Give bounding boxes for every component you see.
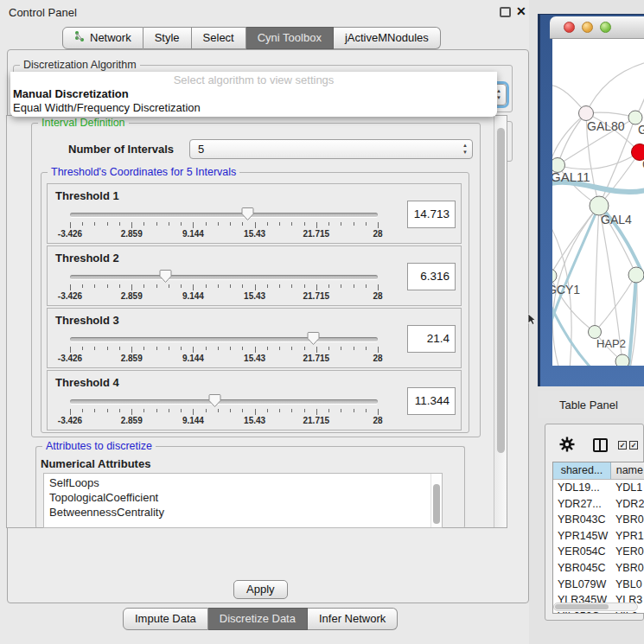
column-layout-icon[interactable] <box>593 438 608 452</box>
settings-vertical-scrollbar[interactable] <box>494 116 507 527</box>
cell-shared-name[interactable]: YBL079W <box>553 577 611 593</box>
network-edge[interactable] <box>595 275 636 332</box>
dropdown-item-equal-width-frequency-discretization[interactable]: Equal Width/Frequency Discretization <box>10 101 497 115</box>
axis-tick-label: 9.144 <box>182 354 204 363</box>
settings-gear-icon[interactable] <box>559 437 575 452</box>
attribute-item-betweennesscentrality[interactable]: BetweennessCentrality <box>44 505 442 520</box>
network-node-h[interactable] <box>628 267 644 283</box>
table-row[interactable]: YBR043CYBR0 <box>553 512 644 528</box>
algorithm-dropdown-popup: Select algorithm to view settings Manual… <box>10 72 497 117</box>
dropdown-item-manual-discretization[interactable]: Manual Discretization <box>10 87 497 101</box>
cell-shared-name[interactable]: YBR045C <box>553 560 611 577</box>
close-traffic-light-icon[interactable] <box>564 22 575 33</box>
axis-tick-label: 2.859 <box>121 416 143 425</box>
tab-label: Impute Data <box>135 609 196 629</box>
slider-thumb-icon[interactable] <box>208 393 221 408</box>
attributes-legend: Attributes to discretize <box>42 440 156 452</box>
node-label-gal11: GAL11 <box>552 169 590 184</box>
numerical-attributes-list[interactable]: SelfLoopsTopologicalCoefficientBetweenne… <box>43 473 443 528</box>
tab-jactivemnodules[interactable]: jActiveMNodules <box>334 27 441 49</box>
axis-tick-label: 21.715 <box>303 416 330 425</box>
table-row[interactable]: YPR145WYPR1 <box>553 528 644 545</box>
table-row[interactable]: YBL079WYBL0 <box>553 577 644 593</box>
slider-thumb-icon[interactable] <box>159 269 172 284</box>
network-edge[interactable] <box>586 61 644 113</box>
threshold-value-field[interactable]: 21.4 <box>407 325 456 353</box>
tab-select[interactable]: Select <box>192 27 246 49</box>
zoom-traffic-light-icon[interactable] <box>600 22 611 33</box>
slider-thumb-icon[interactable] <box>241 207 254 221</box>
cell-name[interactable]: YBR0 <box>611 560 644 577</box>
network-node-gcy1[interactable] <box>552 269 557 283</box>
threshold-slider[interactable]: -3.4262.8599.14415.4321.71528 <box>70 398 378 424</box>
cell-name[interactable]: YDL1 <box>611 480 644 496</box>
network-edge-highlighted[interactable] <box>552 298 592 366</box>
threshold-value-field[interactable]: 14.713 <box>407 201 456 228</box>
network-edge-highlighted[interactable] <box>628 275 636 366</box>
threshold-slider[interactable]: -3.4262.8599.14415.4321.71528 <box>70 273 378 299</box>
threshold-label: Threshold 1 <box>55 189 119 202</box>
tab-discretize-data[interactable]: Discretize Data <box>208 608 308 630</box>
cell-shared-name[interactable]: YDR27... <box>553 496 611 513</box>
axis-tick-label: 15.43 <box>244 229 265 239</box>
tab-cyni-toolbox[interactable]: Cyni Toolbox <box>246 27 334 49</box>
tab-style[interactable]: Style <box>143 27 192 49</box>
table-horizontal-scrollbar[interactable] <box>553 603 638 611</box>
attribute-item-selfloops[interactable]: SelfLoops <box>44 475 442 490</box>
tab-label: Infer Network <box>319 609 386 629</box>
table-row[interactable]: YER054CYER0 <box>553 544 644 560</box>
network-edge[interactable] <box>558 152 640 169</box>
column-header-shared[interactable]: shared... <box>553 462 611 479</box>
tab-network[interactable]: Network <box>62 27 143 49</box>
axis-tick-label: 9.144 <box>182 229 204 239</box>
table-row[interactable]: YDL19...YDL1 <box>553 480 644 496</box>
threshold-slider[interactable]: -3.4262.8599.14415.4321.71528 <box>70 335 378 361</box>
threshold-value-field[interactable]: 6.316 <box>407 263 456 290</box>
network-node[interactable] <box>615 354 629 366</box>
checkbox-icon[interactable]: ✓ <box>618 441 627 450</box>
node-attribute-table[interactable]: shared... name YDL19...YDL1YDR27...YDR2Y… <box>552 462 644 614</box>
attributes-list-scrollbar[interactable] <box>430 474 442 527</box>
cell-name[interactable]: YPR1 <box>611 528 644 545</box>
checkbox-icon[interactable]: ✓ <box>629 441 638 450</box>
apply-button[interactable]: Apply <box>233 580 288 599</box>
combo-stepper-icon[interactable]: ▲▼ <box>462 142 468 156</box>
attribute-item-topologicalcoefficient[interactable]: TopologicalCoefficient <box>44 490 442 505</box>
table-row[interactable]: YBR045CYBR0 <box>553 560 644 577</box>
threshold-value-field[interactable]: 11.344 <box>407 387 456 415</box>
node-label-gal4: GAL4 <box>601 213 632 226</box>
tab-impute-data[interactable]: Impute Data <box>123 608 208 630</box>
cell-name[interactable]: YER0 <box>611 544 644 560</box>
cell-shared-name[interactable]: YPR145W <box>553 528 611 545</box>
tab-label: jActiveMNodules <box>345 28 429 48</box>
minimize-traffic-light-icon[interactable] <box>582 22 593 33</box>
cell-name[interactable]: YBR0 <box>611 512 644 528</box>
network-edge[interactable] <box>595 206 599 332</box>
axis-tick-label: 21.715 <box>303 229 330 239</box>
column-header-name[interactable]: name <box>611 462 644 479</box>
cell-shared-name[interactable]: YBR043C <box>553 512 611 528</box>
axis-tick-label: 15.43 <box>244 354 265 363</box>
network-edge[interactable] <box>599 152 640 206</box>
cell-shared-name[interactable]: YER054C <box>553 544 611 560</box>
network-node-gal80[interactable] <box>579 106 594 121</box>
cell-name[interactable]: YBL0 <box>611 577 644 593</box>
close-icon[interactable]: ✕ <box>516 4 526 18</box>
node-label-hap2: HAP2 <box>596 337 626 350</box>
table-row[interactable]: YDR27...YDR2 <box>553 496 644 513</box>
float-window-icon[interactable] <box>500 7 511 17</box>
network-canvas[interactable]: GAL80GACGAL11GAL4GCY1HHAP2 <box>552 39 644 366</box>
cell-name[interactable]: YDR2 <box>611 496 644 513</box>
axis-tick-label: 21.715 <box>303 291 330 301</box>
axis-tick-label: 28 <box>373 354 382 363</box>
dropdown-placeholder: Select algorithm to view settings <box>10 73 497 87</box>
interval-definition-legend: Interval Definition <box>38 117 129 129</box>
tab-infer-network[interactable]: Infer Network <box>308 608 398 630</box>
threshold-slider[interactable]: -3.4262.8599.14415.4321.71528 <box>70 211 378 237</box>
cell-shared-name[interactable]: YDL19... <box>553 480 611 496</box>
slider-thumb-icon[interactable] <box>307 331 320 346</box>
axis-tick-label: -3.426 <box>58 416 82 425</box>
network-view-window: GAL80GACGAL11GAL4GCY1HHAP2 <box>538 14 644 386</box>
node-label-ga: GA <box>638 123 644 137</box>
number-of-intervals-combobox[interactable]: 5 ▲▼ <box>189 139 473 159</box>
